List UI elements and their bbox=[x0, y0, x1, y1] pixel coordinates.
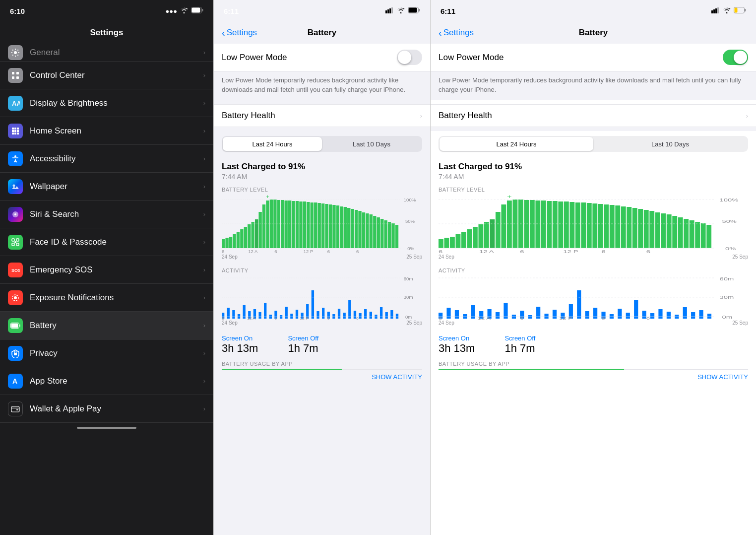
svg-text:0m: 0m bbox=[722, 315, 732, 320]
settings-item-battery[interactable]: Battery › bbox=[0, 312, 213, 339]
svg-rect-117 bbox=[280, 315, 282, 319]
svg-text:6: 6 bbox=[646, 316, 650, 320]
svg-point-19 bbox=[13, 184, 15, 187]
svg-rect-242 bbox=[618, 309, 622, 319]
svg-text:100%: 100% bbox=[720, 198, 739, 202]
settings-item-faceid[interactable]: Face ID & Passcode › bbox=[0, 228, 213, 256]
svg-rect-167 bbox=[484, 222, 489, 248]
svg-point-27 bbox=[14, 296, 17, 299]
svg-rect-179 bbox=[547, 201, 552, 248]
activity-chart-section-middle: ACTIVITY bbox=[214, 266, 430, 331]
settings-item-accessibility[interactable]: Accessibility › bbox=[0, 145, 213, 173]
battery-nav-right: ‹ Settings Battery bbox=[431, 22, 756, 44]
svg-rect-74 bbox=[321, 203, 324, 248]
back-button-right[interactable]: ‹ Settings bbox=[439, 27, 474, 39]
show-activity-right[interactable]: SHOW ACTIVITY bbox=[431, 370, 756, 383]
svg-rect-80 bbox=[344, 207, 347, 248]
svg-text:6: 6 bbox=[356, 317, 359, 321]
svg-rect-246 bbox=[650, 313, 654, 319]
svg-rect-48 bbox=[229, 237, 232, 248]
svg-rect-93 bbox=[391, 223, 394, 248]
show-activity-btn-right[interactable]: SHOW ACTIVITY bbox=[697, 373, 748, 381]
svg-rect-191 bbox=[615, 205, 620, 248]
svg-rect-9 bbox=[12, 128, 14, 130]
settings-item-wallet[interactable]: Wallet & Apple Pay › bbox=[0, 395, 213, 423]
svg-text:+: + bbox=[507, 195, 512, 200]
faceid-label: Face ID & Passcode bbox=[30, 237, 203, 247]
battery-label: Battery bbox=[30, 321, 203, 331]
date-25-mid: 25 Sep bbox=[406, 320, 422, 326]
battery-health-chevron-right: › bbox=[746, 112, 748, 120]
svg-rect-189 bbox=[604, 204, 609, 248]
settings-item-siri[interactable]: Siri & Search › bbox=[0, 201, 213, 228]
date-24-right: 24 Sep bbox=[439, 254, 454, 260]
emergency-chevron: › bbox=[203, 266, 205, 273]
show-activity-mid[interactable]: SHOW ACTIVITY bbox=[214, 370, 430, 383]
svg-rect-228 bbox=[504, 303, 507, 319]
svg-rect-231 bbox=[528, 315, 532, 319]
wifi-icon-mid bbox=[397, 7, 405, 15]
settings-item-general[interactable]: General › bbox=[0, 44, 213, 62]
svg-rect-56 bbox=[258, 212, 261, 248]
svg-text:6: 6 bbox=[439, 316, 442, 320]
svg-rect-238 bbox=[585, 311, 589, 319]
segment-24h-middle[interactable]: Last 24 Hours bbox=[223, 137, 322, 151]
show-activity-btn-mid[interactable]: SHOW ACTIVITY bbox=[372, 373, 422, 381]
svg-rect-155 bbox=[717, 7, 719, 13]
svg-rect-91 bbox=[384, 220, 387, 248]
svg-rect-11 bbox=[17, 128, 19, 130]
segment-24h-right[interactable]: Last 24 Hours bbox=[440, 137, 593, 151]
battery-content-right: Low Power Mode bbox=[431, 44, 756, 71]
svg-rect-159 bbox=[439, 239, 443, 248]
svg-rect-245 bbox=[642, 311, 646, 319]
low-power-toggle-right[interactable] bbox=[723, 50, 748, 65]
svg-rect-193 bbox=[627, 207, 631, 248]
date-25-act-right: 25 Sep bbox=[732, 320, 748, 326]
svg-rect-30 bbox=[19, 324, 20, 327]
settings-item-exposure[interactable]: Exposure Notifications › bbox=[0, 284, 213, 312]
settings-item-wallpaper[interactable]: Wallpaper › bbox=[0, 173, 213, 201]
svg-rect-58 bbox=[266, 201, 269, 248]
svg-rect-52 bbox=[244, 227, 247, 248]
screen-off-label-right: Screen Off bbox=[504, 334, 535, 342]
wallpaper-icon bbox=[8, 179, 23, 194]
battery-title-middle: Battery bbox=[308, 28, 337, 38]
svg-rect-67 bbox=[296, 201, 299, 248]
svg-rect-41 bbox=[391, 7, 393, 13]
svg-text:0m: 0m bbox=[405, 315, 412, 320]
wallet-icon bbox=[8, 401, 23, 416]
svg-rect-54 bbox=[252, 222, 254, 248]
segment-10d-middle[interactable]: Last 10 Days bbox=[322, 137, 421, 151]
segment-10d-right[interactable]: Last 10 Days bbox=[593, 137, 747, 151]
svg-rect-188 bbox=[598, 204, 603, 248]
settings-item-appstore[interactable]: A App Store › bbox=[0, 367, 213, 395]
battery-health-row-middle[interactable]: Battery Health › bbox=[214, 104, 430, 127]
emergency-icon: SOS bbox=[8, 263, 23, 277]
svg-rect-196 bbox=[644, 210, 649, 248]
last-charged-time-right: 7:44 AM bbox=[439, 173, 748, 181]
privacy-chevron: › bbox=[203, 349, 205, 357]
time-right: 6:11 bbox=[441, 7, 455, 15]
divider-right1 bbox=[431, 127, 756, 131]
settings-item-control-center[interactable]: Control Center › bbox=[0, 62, 213, 89]
settings-item-display[interactable]: AA Display & Brightness › bbox=[0, 89, 213, 117]
svg-text:50%: 50% bbox=[722, 219, 737, 224]
faceid-chevron: › bbox=[203, 238, 205, 246]
svg-rect-222 bbox=[455, 310, 459, 319]
display-icon: AA bbox=[8, 96, 23, 111]
svg-text:12 P: 12 P bbox=[563, 249, 578, 254]
svg-rect-233 bbox=[544, 314, 548, 319]
battery-health-row-right[interactable]: Battery Health › bbox=[431, 104, 756, 127]
settings-item-home-screen[interactable]: Home Screen › bbox=[0, 117, 213, 145]
settings-item-emergency[interactable]: SOS Emergency SOS › bbox=[0, 256, 213, 284]
svg-rect-223 bbox=[463, 314, 467, 319]
svg-rect-21 bbox=[12, 239, 14, 241]
back-button-middle[interactable]: ‹ Settings bbox=[222, 27, 257, 39]
svg-rect-51 bbox=[240, 229, 243, 248]
svg-text:60m: 60m bbox=[720, 276, 734, 281]
siri-label: Siri & Search bbox=[30, 209, 203, 219]
settings-item-privacy[interactable]: Privacy › bbox=[0, 339, 213, 367]
control-center-chevron: › bbox=[203, 71, 205, 79]
low-power-toggle-middle[interactable] bbox=[397, 50, 422, 65]
svg-rect-252 bbox=[699, 310, 703, 319]
